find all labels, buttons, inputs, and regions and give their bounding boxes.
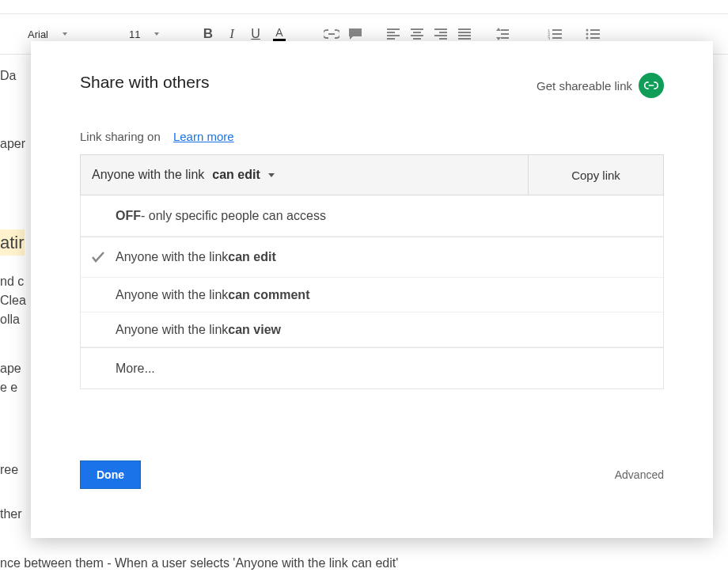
font-size-value: 11 — [129, 28, 140, 40]
chevron-down-icon — [268, 173, 275, 177]
svg-point-4 — [586, 33, 589, 36]
option-edit-prefix: Anyone with the link — [116, 250, 228, 264]
doc-fragment: nce between them - When a user selects '… — [0, 554, 398, 573]
link-permission-options: OFF - only specific people can access An… — [80, 195, 664, 389]
chevron-down-icon — [154, 32, 159, 36]
copy-link-label: Copy link — [571, 169, 620, 182]
svg-text:3: 3 — [548, 36, 551, 40]
copy-link-button[interactable]: Copy link — [529, 155, 663, 195]
doc-fragment: olla — [0, 310, 20, 329]
svg-point-3 — [586, 29, 589, 32]
get-shareable-link[interactable]: Get shareable link — [537, 73, 664, 98]
option-more[interactable]: More... — [81, 347, 663, 388]
svg-point-5 — [586, 37, 589, 40]
doc-fragment: ape — [0, 359, 21, 378]
doc-fragment: e e — [0, 378, 17, 397]
option-can-comment[interactable]: Anyone with the link can comment — [81, 278, 663, 313]
advanced-link[interactable]: Advanced — [615, 468, 664, 481]
permission-level: can edit — [212, 168, 260, 182]
doc-fragment: ther — [0, 505, 22, 524]
option-comment-bold: can comment — [228, 288, 309, 302]
option-can-edit[interactable]: Anyone with the link can edit — [81, 237, 663, 278]
learn-more-link[interactable]: Learn more — [173, 130, 234, 143]
done-label: Done — [97, 468, 124, 481]
doc-fragment: ree — [0, 460, 18, 479]
link-sharing-status: Link sharing on Learn more — [80, 130, 664, 143]
done-button[interactable]: Done — [80, 460, 141, 489]
chevron-down-icon — [63, 32, 67, 36]
font-family-value: Arial — [28, 28, 48, 40]
link-icon — [639, 73, 664, 98]
option-off-bold: OFF — [116, 209, 141, 223]
option-view-bold: can view — [228, 323, 281, 337]
permission-prefix: Anyone with the link — [92, 168, 204, 182]
doc-fragment: atir — [0, 229, 25, 256]
link-permission-dropdown[interactable]: Anyone with the link can edit — [81, 155, 529, 195]
option-edit-bold: can edit — [228, 250, 275, 264]
link-sharing-control: Anyone with the link can edit Copy link … — [80, 154, 664, 389]
doc-fragment: Da — [0, 66, 16, 85]
checkmark-icon — [92, 252, 106, 263]
share-dialog: Share with others Get shareable link Lin… — [31, 41, 713, 538]
doc-fragment: Clea — [0, 291, 26, 310]
get-shareable-link-label: Get shareable link — [537, 79, 632, 93]
option-more-label: More... — [116, 362, 155, 376]
doc-fragment: aper — [0, 135, 25, 153]
option-off[interactable]: OFF - only specific people can access — [81, 195, 663, 237]
doc-fragment: nd c — [0, 272, 24, 291]
option-view-prefix: Anyone with the link — [116, 323, 228, 337]
option-can-view[interactable]: Anyone with the link can view — [81, 313, 663, 347]
option-off-rest: - only specific people can access — [141, 209, 326, 223]
link-sharing-label: Link sharing on — [80, 130, 161, 143]
option-comment-prefix: Anyone with the link — [116, 288, 228, 302]
